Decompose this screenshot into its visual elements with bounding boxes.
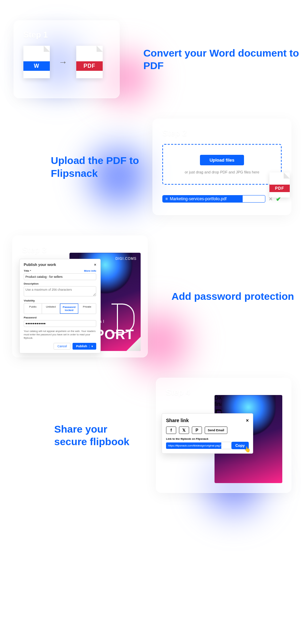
visibility-label: Visibility bbox=[24, 299, 96, 302]
word-badge: W bbox=[23, 61, 50, 71]
visibility-public[interactable]: Public bbox=[24, 304, 42, 314]
pdf-badge: PDF bbox=[76, 61, 103, 71]
password-note: Your catalog will not appear anywhere on… bbox=[24, 330, 96, 339]
step2-label: Step 2 bbox=[162, 128, 282, 138]
step2-card: Step 2 Upload files or just drag and dro… bbox=[152, 119, 291, 215]
step4-headline: Share your secure flipbook bbox=[54, 423, 142, 448]
twitter-icon[interactable]: 𝕏 bbox=[179, 427, 189, 434]
description-label: Description bbox=[24, 282, 96, 285]
share-title: Share link bbox=[166, 418, 189, 423]
step1-card: Step 1 W → PDF bbox=[14, 20, 120, 98]
password-label: Password bbox=[24, 316, 96, 319]
cursor-icon: 👆 bbox=[244, 446, 251, 453]
title-label: Title *More info bbox=[24, 269, 96, 272]
close-icon[interactable]: × bbox=[94, 263, 96, 267]
drop-hint-text: or just drag and drop PDF and JPG files … bbox=[185, 170, 259, 174]
copy-button[interactable]: Copy 👆 bbox=[231, 442, 249, 449]
publish-dialog: Publish your work × Title *More info Des… bbox=[19, 259, 101, 353]
visibility-options: Public Unlisted Password locked Private bbox=[24, 303, 96, 314]
arrow-right-icon: → bbox=[59, 57, 67, 67]
step2-headline: Upload the PDF to Flipsnack bbox=[51, 154, 139, 180]
step4-card: Step 4 DIGI.COMS financial REPORT Share … bbox=[156, 378, 291, 493]
upload-progress-row: ≡ Marketing-services-portfolio.pdf × ✔ bbox=[162, 195, 282, 203]
upload-files-button[interactable]: Upload files bbox=[200, 155, 244, 165]
share-panel: Share link × f 𝕏 P Send Email Link to th… bbox=[162, 413, 253, 454]
list-icon: ≡ bbox=[165, 196, 168, 201]
share-link-value[interactable]: https://flipsnack.com/tibidesign/origina… bbox=[166, 442, 221, 449]
upload-dropzone[interactable]: Upload files or just drag and drop PDF a… bbox=[162, 144, 282, 185]
more-info-link[interactable]: More info bbox=[84, 269, 96, 272]
uploaded-file-name: Marketing-services-portfolio.pdf bbox=[170, 196, 226, 201]
dialog-title: Publish your work bbox=[24, 263, 56, 267]
visibility-password-locked[interactable]: Password locked bbox=[60, 304, 78, 314]
upload-progress-bar: ≡ Marketing-services-portfolio.pdf bbox=[162, 195, 265, 203]
link-label: Link to the flipbook on Flipsnack bbox=[166, 437, 249, 440]
pinterest-icon[interactable]: P bbox=[192, 427, 202, 434]
visibility-private[interactable]: Private bbox=[78, 304, 96, 314]
step2-row: Upload the PDF to Flipsnack Step 2 Uploa… bbox=[0, 119, 305, 215]
pdf-badge-small: PDF bbox=[269, 185, 290, 192]
step3-headline: Add password protection bbox=[171, 290, 294, 303]
step3-card: Step 3 DIGI.COMS financial REPORT Publis… bbox=[12, 235, 148, 357]
word-file-icon: W bbox=[23, 46, 50, 78]
step1-headline: Convert your Word document to PDF bbox=[143, 47, 305, 72]
publish-button[interactable]: Publish bbox=[73, 343, 96, 350]
cancel-button[interactable]: Cancel bbox=[54, 343, 70, 350]
close-icon[interactable]: × bbox=[246, 418, 249, 423]
visibility-unlisted[interactable]: Unlisted bbox=[42, 304, 60, 314]
pdf-file-icon: PDF bbox=[76, 46, 103, 78]
report-brand: DIGI.COMS bbox=[116, 257, 137, 261]
description-input[interactable] bbox=[24, 286, 96, 296]
title-input[interactable] bbox=[24, 273, 96, 280]
send-email-button[interactable]: Send Email bbox=[205, 427, 227, 434]
step3-row: Step 3 DIGI.COMS financial REPORT Publis… bbox=[0, 235, 305, 357]
password-input[interactable] bbox=[24, 320, 96, 327]
pdf-float-icon: PDF bbox=[269, 172, 290, 198]
step1-icons: W → PDF bbox=[23, 46, 110, 78]
facebook-icon[interactable]: f bbox=[166, 427, 176, 434]
step1-label: Step 1 bbox=[23, 30, 110, 40]
step1-row: Step 1 W → PDF Convert your Word documen… bbox=[0, 20, 305, 98]
step4-row: Share your secure flipbook Step 4 DIGI.C… bbox=[0, 378, 305, 493]
